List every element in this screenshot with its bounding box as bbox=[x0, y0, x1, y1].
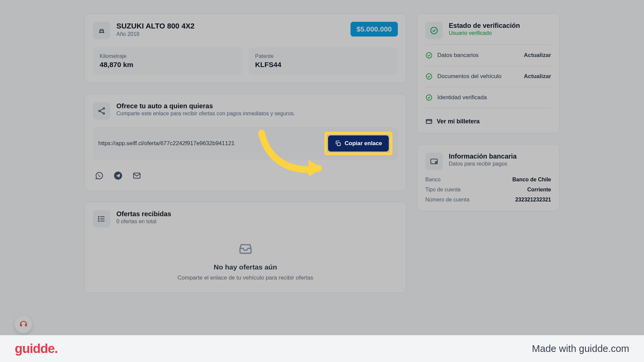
share-card: Ofrece tu auto a quien quieras Comparte … bbox=[85, 94, 406, 191]
bank-row-key: Número de cuenta bbox=[425, 197, 470, 203]
stat-plate-label: Patente bbox=[255, 53, 391, 59]
inbox-icon bbox=[238, 241, 253, 256]
bank-row-value: Banco de Chile bbox=[512, 177, 551, 183]
stat-km-label: Kilometraje bbox=[100, 53, 236, 59]
offers-empty-title: No hay ofertas aún bbox=[93, 263, 398, 271]
list-icon bbox=[93, 210, 110, 228]
verification-update-button[interactable]: Actualizar bbox=[524, 52, 551, 59]
verification-title: Estado de verificación bbox=[449, 22, 520, 29]
svg-point-4 bbox=[103, 113, 104, 114]
verification-item-label: Documentos del vehículo bbox=[437, 73, 519, 80]
check-icon bbox=[425, 52, 433, 59]
svg-point-3 bbox=[99, 110, 100, 112]
verification-item-label: Datos bancarios bbox=[437, 52, 519, 59]
car-icon bbox=[93, 22, 110, 39]
share-link-box: https://app.seiff.cl/oferta/677c2242f917… bbox=[93, 127, 398, 160]
verification-update-button[interactable]: Actualizar bbox=[524, 73, 551, 80]
offers-title: Ofertas recibidas bbox=[116, 210, 171, 218]
vehicle-title: SUZUKI ALTO 800 4X2 bbox=[116, 22, 344, 31]
wallet-icon bbox=[425, 153, 443, 170]
bank-title: Información bancaria bbox=[449, 153, 517, 160]
wallet-icon bbox=[425, 118, 433, 125]
copy-icon bbox=[335, 140, 341, 147]
verification-card: Estado de verificación Usuario verificad… bbox=[417, 13, 559, 133]
check-icon bbox=[425, 73, 433, 80]
share-subtitle: Comparte este enlace para recibir oferta… bbox=[116, 111, 295, 117]
copy-link-button[interactable]: Copiar enlace bbox=[328, 135, 389, 152]
price-badge: $5.000.000 bbox=[351, 22, 398, 37]
email-icon[interactable] bbox=[132, 171, 141, 180]
stat-km-value: 48,870 km bbox=[100, 61, 236, 69]
bank-row-key: Banco bbox=[425, 177, 440, 183]
check-icon bbox=[425, 94, 433, 101]
share-icon bbox=[93, 102, 110, 120]
vehicle-year: Año 2018 bbox=[116, 31, 344, 37]
bank-row-value: Corriente bbox=[527, 187, 551, 193]
svg-rect-5 bbox=[337, 143, 340, 146]
highlight-annotation: Copiar enlace bbox=[324, 132, 393, 155]
verification-list: Datos bancarios Actualizar Documentos de… bbox=[425, 45, 551, 125]
svg-rect-18 bbox=[426, 120, 432, 124]
verification-subtitle: Usuario verificado bbox=[449, 30, 520, 36]
footer-credit: Made with guidde.com bbox=[532, 343, 629, 354]
svg-point-11 bbox=[98, 216, 99, 217]
share-title: Ofrece tu auto a quien quieras bbox=[116, 102, 295, 110]
bank-row-value: 232321232321 bbox=[515, 197, 551, 203]
verification-item: Documentos del vehículo Actualizar bbox=[425, 66, 551, 87]
vehicle-card: SUZUKI ALTO 800 4X2 Año 2018 $5.000.000 … bbox=[85, 13, 406, 83]
fab-button[interactable] bbox=[15, 316, 32, 333]
wallet-link-label: Ver mi billetera bbox=[437, 118, 480, 125]
footer: guidde. Made with guidde.com bbox=[0, 335, 644, 362]
svg-point-17 bbox=[426, 95, 432, 101]
bank-card: Información bancaria Datos para recibir … bbox=[417, 144, 559, 211]
verification-item: Datos bancarios Actualizar bbox=[425, 45, 551, 66]
bank-row: Banco Banco de Chile bbox=[425, 177, 551, 183]
bank-row: Número de cuenta 232321232321 bbox=[425, 197, 551, 203]
bank-subtitle: Datos para recibir pagos bbox=[449, 161, 517, 167]
svg-point-16 bbox=[426, 74, 432, 79]
svg-point-12 bbox=[98, 219, 99, 219]
verification-item-label: Identidad verificada bbox=[437, 94, 551, 101]
bank-row-key: Tipo de cuenta bbox=[425, 187, 461, 193]
telegram-icon[interactable] bbox=[114, 171, 122, 180]
bank-row: Tipo de cuenta Corriente bbox=[425, 187, 551, 193]
check-circle-icon bbox=[425, 22, 443, 39]
svg-point-13 bbox=[98, 221, 99, 221]
stat-plate: Patente KLFS44 bbox=[249, 47, 398, 75]
offers-empty-sub: Comparte el enlace de tu vehículo para r… bbox=[93, 275, 398, 281]
offers-card: Ofertas recibidas 0 ofertas en total No … bbox=[85, 202, 406, 293]
svg-point-14 bbox=[431, 27, 437, 34]
copy-link-label: Copiar enlace bbox=[345, 140, 382, 147]
svg-point-15 bbox=[426, 53, 432, 58]
headset-icon bbox=[19, 320, 28, 329]
offers-empty-state: No hay ofertas aún Comparte el enlace de… bbox=[93, 228, 398, 285]
svg-point-0 bbox=[100, 32, 101, 33]
brand-logo: guidde. bbox=[15, 342, 58, 356]
stat-plate-value: KLFS44 bbox=[255, 61, 391, 69]
stat-km: Kilometraje 48,870 km bbox=[93, 47, 243, 75]
svg-point-2 bbox=[103, 108, 104, 109]
verification-item: Identidad verificada bbox=[425, 87, 551, 108]
offers-subtitle: 0 ofertas en total bbox=[116, 219, 171, 225]
share-url[interactable]: https://app.seiff.cl/oferta/677c2242f917… bbox=[98, 140, 320, 147]
wallet-link[interactable]: Ver mi billetera bbox=[425, 115, 480, 125]
svg-point-1 bbox=[103, 32, 103, 33]
whatsapp-icon[interactable] bbox=[95, 171, 104, 180]
